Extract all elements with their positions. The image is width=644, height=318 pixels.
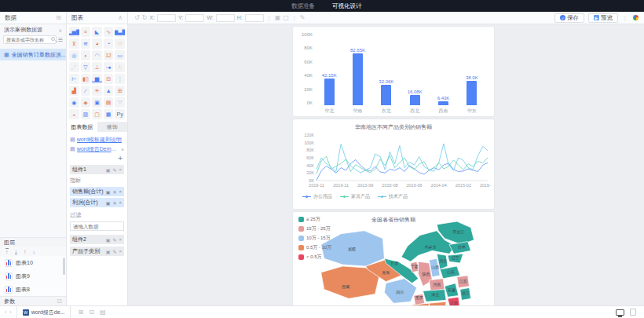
bar[interactable]: [410, 95, 420, 105]
crosstab-icon[interactable]: ⊞: [115, 86, 125, 96]
bar[interactable]: [324, 79, 335, 105]
prev-sheet-icon[interactable]: ‹: [5, 309, 6, 315]
map-legend-item[interactable]: < 0.5万: [298, 254, 331, 261]
field-filter-icon[interactable]: ☰: [58, 37, 63, 43]
position-input[interactable]: [157, 14, 176, 22]
matrix-table-icon[interactable]: ▦: [104, 109, 114, 119]
bullet-chart-icon[interactable]: ⊢: [69, 74, 79, 84]
copy-icon[interactable]: ▣: [106, 200, 111, 206]
combo-chart-icon[interactable]: ⊻: [69, 38, 79, 49]
add-component-button[interactable]: +: [70, 155, 124, 163]
filter-input[interactable]: [70, 221, 124, 231]
progress-bar-icon[interactable]: ▭: [115, 50, 125, 60]
tab-decorate[interactable]: 修饰: [97, 122, 128, 132]
import-sheet-icon[interactable]: ▤: [100, 309, 106, 316]
region-map-icon[interactable]: ▲: [104, 86, 114, 96]
range-area-icon[interactable]: ≋: [81, 38, 91, 49]
close-icon[interactable]: ×: [119, 189, 122, 195]
word-cloud-icon[interactable]: ✳: [92, 86, 102, 96]
copy-icon[interactable]: ▣: [106, 167, 111, 173]
component1-header[interactable]: 组件1 ▣ ✎ ×: [70, 165, 124, 174]
scatter-chart-icon[interactable]: ∷: [115, 38, 125, 49]
layer-item[interactable]: 图表9: [0, 269, 66, 283]
bar-chart-icon[interactable]: ▂▅▇: [69, 27, 79, 37]
edit-icon[interactable]: ✎: [112, 237, 116, 243]
next-sheet-icon[interactable]: ›: [9, 309, 11, 315]
dot-plot-icon[interactable]: ⋰: [69, 62, 79, 72]
tree-diagram-icon[interactable]: ⊥: [92, 62, 102, 72]
design-canvas[interactable]: 100K80K60K40K20K0K 42.15K华北82.65K华南32.06…: [128, 24, 644, 305]
redo-icon[interactable]: ↻: [142, 14, 148, 21]
metric-pill[interactable]: 利润(合计)▣✳×: [70, 198, 124, 207]
browser-colors-icon[interactable]: [632, 14, 639, 21]
pie-chart-icon[interactable]: ◕: [92, 38, 102, 49]
preview-button[interactable]: ▶ 预览: [588, 13, 618, 23]
data-panel-toggle-icon[interactable]: ⊞: [56, 14, 61, 21]
tab-chart-data[interactable]: 图表数据: [67, 122, 97, 132]
position-input[interactable]: [245, 14, 264, 22]
donut-multi-icon[interactable]: ◒: [69, 109, 79, 119]
top-nav-tab-0[interactable]: 数据准备: [283, 0, 324, 12]
funnel-chart-icon[interactable]: ▽: [81, 62, 91, 72]
stacked-bar-icon[interactable]: ≡: [81, 27, 91, 37]
layer-item[interactable]: 图表10: [0, 256, 66, 269]
legend-item[interactable]: 技术产品: [378, 193, 408, 200]
add-sheet-icon[interactable]: ⊞: [78, 309, 83, 316]
add-parameter-icon[interactable]: ⊡: [57, 298, 62, 305]
histogram-icon[interactable]: ▁▆▁: [92, 74, 102, 84]
copy-icon[interactable]: ▣: [106, 237, 111, 243]
scrollbar-thumb[interactable]: [63, 258, 65, 275]
half-donut-icon[interactable]: ◗: [81, 50, 91, 60]
close-icon[interactable]: ×: [119, 200, 122, 206]
multi-bar-icon[interactable]: ▮▯: [81, 74, 91, 84]
slope-chart-icon[interactable]: ∕: [81, 86, 91, 96]
donut-chart-icon[interactable]: ◔: [104, 38, 114, 49]
template-link-1[interactable]: word报告Demo设计...: [77, 145, 119, 153]
position-input[interactable]: [216, 14, 235, 22]
cylinder-icon[interactable]: ▥: [81, 109, 91, 119]
scatter-matrix-icon[interactable]: ∵: [115, 97, 125, 108]
province-湖南[interactable]: [429, 302, 446, 305]
line-chart-icon[interactable]: ∿: [104, 27, 114, 37]
legend-item[interactable]: 家具产品: [340, 193, 370, 200]
grid-table-icon[interactable]: ▤: [104, 97, 114, 108]
bring-to-front-icon[interactable]: ↑: [5, 248, 9, 254]
copy-icon[interactable]: ▣: [275, 14, 281, 21]
layer-item[interactable]: 图表8: [0, 283, 66, 296]
column-chart-icon[interactable]: ▆▃▇: [115, 27, 125, 37]
line-chart-widget[interactable]: 华南地区不同产品类别的销售额 120K100K80K60K40K20K0K201…: [293, 119, 494, 209]
image-widget-icon[interactable]: ▣: [92, 97, 102, 108]
save-button[interactable]: ✓ 保存: [554, 13, 584, 23]
cube-3d-icon[interactable]: ◈: [81, 97, 91, 108]
format-painter-icon[interactable]: ✎: [300, 14, 306, 21]
chevron-up-icon[interactable]: ∧: [118, 14, 123, 21]
copy-icon[interactable]: ▣: [106, 249, 111, 254]
paste-icon[interactable]: ▢: [283, 14, 289, 21]
kpi-card-icon[interactable]: 12: [104, 50, 114, 60]
copy-icon[interactable]: ▣: [106, 189, 111, 195]
metric-pill[interactable]: 销售额(合计)▣✳×: [70, 187, 124, 196]
bubble-chart-icon[interactable]: ◦●: [104, 62, 114, 72]
table-item-selected[interactable]: ▦ 全国销售订单数据演...: [0, 49, 66, 60]
search-input[interactable]: [3, 35, 57, 44]
map-legend-item[interactable]: ≥ 25万: [298, 216, 331, 223]
send-to-back-icon[interactable]: ↓: [15, 248, 18, 254]
component2-header[interactable]: 组件2 ▣ ✎ ×: [70, 235, 124, 244]
template-link-0[interactable]: word模板规则说明: [77, 136, 124, 144]
close-icon[interactable]: ×: [119, 249, 122, 254]
top-nav-tab-1[interactable]: 可视化设计: [324, 0, 371, 12]
duplicate-sheet-icon[interactable]: ⊡: [89, 309, 94, 316]
close-icon[interactable]: ×: [121, 147, 124, 152]
edit-icon[interactable]: ✎: [112, 167, 116, 173]
close-icon[interactable]: ×: [119, 167, 122, 173]
card-widget-icon[interactable]: ▢: [92, 109, 102, 119]
gauge-icon[interactable]: ◠: [92, 50, 102, 60]
world-map-icon[interactable]: ◎: [69, 50, 79, 60]
desktop-preview-icon[interactable]: [616, 309, 624, 316]
waterfall-icon[interactable]: ▟: [69, 86, 79, 96]
edit-icon[interactable]: ✎: [112, 249, 116, 254]
sheet-tab[interactable]: W word报告de...: [16, 306, 71, 318]
map-chart-widget[interactable]: 全国各省份销售额 ≥ 25万15万 - 25万10万 - 15万0.5万 - 1…: [293, 212, 494, 305]
circle-packing-icon[interactable]: ◉: [69, 97, 79, 108]
dimension-row[interactable]: 产品子类别 ▣ ✎ ×: [70, 247, 124, 256]
